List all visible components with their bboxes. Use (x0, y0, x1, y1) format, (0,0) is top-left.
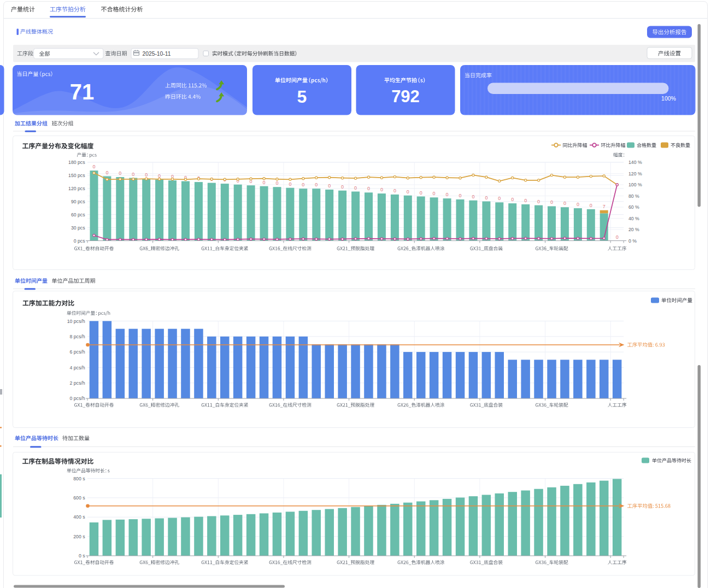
svg-text:6 pcs/h: 6 pcs/h (69, 349, 85, 355)
svg-text:10 pcs/h: 10 pcs/h (67, 319, 85, 324)
svg-text:792: 792 (391, 87, 420, 106)
svg-text:0: 0 (393, 188, 396, 193)
svg-text:0: 0 (524, 198, 527, 203)
svg-text:5: 5 (297, 87, 307, 107)
svg-text:100%: 100% (661, 95, 676, 102)
svg-text:0: 0 (590, 203, 592, 208)
svg-text:0 pcs: 0 pcs (74, 238, 85, 244)
svg-text:80 %: 80 % (628, 193, 639, 199)
svg-text:0: 0 (498, 196, 501, 201)
svg-text:2025-10-11: 2025-10-11 (143, 51, 171, 57)
svg-text:140 %: 140 % (628, 160, 642, 165)
svg-text:7: 7 (603, 204, 606, 209)
svg-text:400 s: 400 s (73, 514, 85, 520)
svg-text:0: 0 (537, 199, 540, 204)
svg-text:0: 0 (380, 187, 383, 192)
svg-text:200 s: 200 s (73, 534, 85, 539)
svg-text:0: 0 (563, 201, 566, 206)
svg-text:0: 0 (289, 181, 291, 187)
svg-text:0: 0 (275, 180, 278, 186)
svg-text:0: 0 (511, 197, 514, 202)
svg-text:0: 0 (446, 192, 449, 197)
svg-text:0: 0 (420, 190, 422, 196)
svg-text:4 pcs/h: 4 pcs/h (69, 365, 85, 371)
svg-text:120 %: 120 % (628, 171, 642, 177)
svg-text:71: 71 (70, 80, 95, 104)
svg-text:150 pcs: 150 pcs (68, 173, 85, 178)
svg-text:0: 0 (354, 185, 357, 191)
svg-text:0: 0 (550, 199, 553, 205)
svg-text:0: 0 (577, 202, 579, 207)
svg-text:0: 0 (485, 195, 487, 201)
svg-text:0 pcs/h: 0 pcs/h (69, 396, 85, 401)
svg-text:0 s: 0 s (79, 553, 85, 558)
svg-text:0: 0 (145, 172, 148, 178)
svg-text:90 pcs: 90 pcs (71, 199, 85, 204)
svg-text:60 %: 60 % (628, 204, 639, 210)
svg-text:0: 0 (119, 170, 121, 176)
svg-text:100 %: 100 % (628, 182, 642, 187)
svg-text:0: 0 (105, 170, 108, 175)
svg-text:120 pcs: 120 pcs (68, 186, 85, 191)
svg-text:180 pcs: 180 pcs (68, 160, 85, 165)
svg-text:0: 0 (341, 184, 344, 190)
svg-text:0: 0 (616, 234, 619, 240)
svg-text:0: 0 (263, 180, 266, 185)
svg-text:0: 0 (315, 182, 318, 187)
svg-text:2 pcs/h: 2 pcs/h (69, 380, 85, 386)
svg-text:8 pcs/h: 8 pcs/h (69, 334, 85, 339)
svg-text:30 pcs: 30 pcs (71, 225, 85, 231)
svg-text:0: 0 (407, 189, 409, 195)
svg-text:0: 0 (328, 183, 331, 189)
svg-text:0: 0 (132, 172, 134, 177)
svg-text:0: 0 (433, 191, 436, 196)
svg-text:0: 0 (302, 182, 304, 187)
svg-text:0: 0 (472, 194, 474, 199)
svg-text:0: 0 (92, 164, 95, 169)
svg-text:40 %: 40 % (628, 216, 639, 221)
svg-text:800 s: 800 s (73, 476, 85, 481)
svg-text:0 %: 0 % (628, 238, 637, 244)
svg-text:600 s: 600 s (73, 495, 85, 501)
svg-text:0: 0 (367, 186, 370, 191)
svg-text:0: 0 (459, 193, 461, 198)
svg-text:60 pcs: 60 pcs (71, 212, 85, 217)
svg-text:20 %: 20 % (628, 227, 639, 232)
